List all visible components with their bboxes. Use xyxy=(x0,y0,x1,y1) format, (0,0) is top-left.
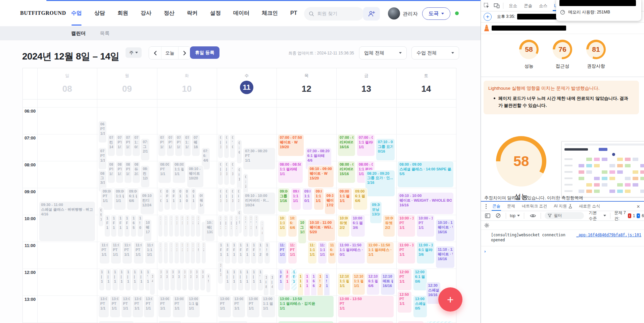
calendar-event[interactable]: 07:00 - 07:50리커버리16/16 xyxy=(338,134,355,156)
calendar-event[interactable]: 07:30 - 08:20PT1/1 xyxy=(243,148,275,169)
calendar-event[interactable] xyxy=(398,321,424,323)
calendar-event[interactable]: 07:3PT1/1 xyxy=(99,148,106,169)
nav-item-5[interactable]: 락커 xyxy=(187,0,198,26)
calendar-event[interactable]: 08:00 - 08:50리커버리15/16 xyxy=(338,161,355,183)
console-log-row[interactable]: [consulting]websocket connectionopened _… xyxy=(481,231,644,246)
calendar-event[interactable]: 09i3/ xyxy=(236,188,241,212)
calendar-event[interactable]: 10'5/ xyxy=(254,215,258,237)
search-input[interactable]: 회원 찾기 xyxy=(304,7,364,21)
calendar-event[interactable]: 11, xyxy=(169,242,173,264)
calendar-event[interactable]: 10F1/1 xyxy=(111,215,116,237)
calendar-event[interactable]: 13:0PT1/1 xyxy=(99,296,109,317)
calendar-event[interactable]: 07:6/ xyxy=(237,140,242,163)
calendar-event[interactable]: 12|1/ xyxy=(99,269,105,290)
calendar-event[interactable]: 12|1/ xyxy=(232,269,237,290)
calendar-event[interactable]: 11:00PT1/1 xyxy=(100,242,109,264)
calendar-event[interactable]: 11:10 - 12:00웨이트 · W16/16 xyxy=(436,246,454,268)
calendar-event[interactable]: 07:1그2/16 xyxy=(141,139,149,160)
nav-item-1[interactable]: 상담 xyxy=(94,0,105,26)
nav-item-9[interactable]: PT xyxy=(290,1,297,26)
calendar-event[interactable]: 10:06:6/6 xyxy=(288,215,297,237)
nav-item-8[interactable]: 체크인 xyxy=(262,0,278,26)
calendar-event[interactable]: 11 xyxy=(175,215,179,237)
calendar-event[interactable]: 11:01:11/1 xyxy=(318,242,327,264)
calendar-event[interactable]: 11:F1/1 xyxy=(232,242,237,264)
day-header-수[interactable]: 수11 xyxy=(217,68,277,99)
calendar-event[interactable]: 13:0PT1/1 xyxy=(110,296,120,317)
nav-item-4[interactable]: 정산 xyxy=(164,0,175,26)
calendar-event[interactable]: 11 xyxy=(158,215,162,237)
calendar-event[interactable]: 12|1/ xyxy=(245,269,250,290)
calendar-event[interactable]: 09:006:1 필6/6 xyxy=(353,188,367,210)
calendar-event[interactable]: 10:1웨(13/2 xyxy=(205,219,214,241)
calendar-event[interactable]: 11:!0/. xyxy=(264,242,270,264)
class-filter-select[interactable]: 수업 전체 xyxy=(411,46,459,59)
calendar-event[interactable]: 13:00 - 11:1 필1/1 xyxy=(187,296,200,317)
calendar-event[interactable]: 13:00 - 13:50PT1/1 xyxy=(338,296,394,317)
calendar-event[interactable]: 12:00 -PT1/1 xyxy=(398,269,411,290)
drawer-tab-4[interactable]: 새로운 소식 xyxy=(576,202,603,211)
calendar-event[interactable]: 09:001:1 필1/1 xyxy=(114,188,126,210)
calendar-event[interactable]: 1:1/ xyxy=(158,269,163,290)
calendar-event[interactable]: 10:00 ·듀엣 !2/2 xyxy=(383,215,395,237)
calendar-event[interactable]: 07:01:11/1 xyxy=(184,134,191,156)
context-select[interactable]: top xyxy=(510,213,520,218)
calendar-event[interactable]: 08:00 -1:1 필라1/1 xyxy=(173,161,185,183)
calendar-event[interactable]: 09:10웨이17/20 xyxy=(325,193,335,214)
calendar-event[interactable]: 08:20 - 09:20그룹 요가 · 인...1/16 xyxy=(365,170,395,196)
calendar-event[interactable]: 13:00 -스페셜0/5 xyxy=(413,296,427,317)
calendar-event[interactable]: 1(2 xyxy=(196,215,200,237)
calendar-event[interactable]: 09:001:1 필1/1 xyxy=(338,188,352,210)
calendar-event[interactable]: 13:0PT1/1 xyxy=(121,296,132,317)
calendar-event[interactable]: 09:00PT1/1 xyxy=(101,188,112,210)
calendar-event[interactable]: 12|1/ xyxy=(139,269,144,290)
calendar-event[interactable]: 10'1/ xyxy=(243,215,247,237)
drawer-tab-1[interactable]: 문제 xyxy=(504,202,518,211)
device-toolbar-icon[interactable] xyxy=(492,2,501,10)
inspect-element-icon[interactable] xyxy=(482,2,491,10)
day-header-일[interactable]: 일08 xyxy=(37,68,97,99)
calendar-event[interactable]: 07:0컨14/2 xyxy=(108,134,115,156)
calendar-event[interactable]: 10F1/1 xyxy=(118,215,123,237)
calendar-event[interactable]: 09|1/ xyxy=(218,188,223,212)
calendar-event[interactable]: 07:10 - 08:00그룹 요가0/16 xyxy=(376,139,395,160)
devtools-tab-1[interactable]: 콘솔 xyxy=(521,0,536,11)
calendar-event[interactable]: 13:00 ·PT1/1 xyxy=(218,296,231,317)
calendar-event[interactable]: 13:0PT1/1 xyxy=(133,296,143,317)
calendar-event[interactable]: 11 xyxy=(164,242,168,264)
drawer-tab-3[interactable]: AI 지원 xyxy=(550,202,576,211)
calendar-event[interactable]: 11 xyxy=(158,242,162,264)
calendar-event[interactable]: 1266/ xyxy=(311,273,316,297)
calendar-event[interactable]: 09:10 - 10:00웨이트 · WEIGHT - WHOLE BO...1… xyxy=(398,193,453,214)
calendar-event[interactable]: 10|1/ xyxy=(235,215,239,237)
calendar-event[interactable]: 07:0PT1/1 xyxy=(125,134,132,156)
calendar-event[interactable]: 10i8, xyxy=(260,220,264,242)
calendar-event[interactable]: 08i12 xyxy=(237,167,242,190)
calendar-event[interactable]: 07:0PT1/1 xyxy=(116,134,123,156)
calendar-event[interactable]: 11/ xyxy=(194,269,199,290)
calendar-event[interactable]: 13:00 ·PT1/1 xyxy=(233,296,245,317)
prev-week-button[interactable] xyxy=(149,47,161,59)
console-filter-input[interactable]: 필터 xyxy=(545,212,584,219)
calendar-event[interactable]: 09:10 - 10:00리커버리 · R...10/24 xyxy=(243,193,275,214)
calendar-event[interactable]: 12!2/ xyxy=(317,273,323,297)
eye-icon[interactable] xyxy=(530,212,537,220)
next-week-button[interactable] xyxy=(179,47,191,59)
nav-item-2[interactable]: 회원 xyxy=(117,0,128,26)
calendar-event[interactable]: 10웨17 xyxy=(144,219,151,241)
score-gauge-0[interactable]: 58성능 xyxy=(519,40,539,69)
calendar-event[interactable]: 07:0PT1/1 xyxy=(167,134,174,156)
calendar-event[interactable]: 11:001:11/1 xyxy=(145,242,155,264)
calendar-event[interactable]: 09:001:1 필1/1 xyxy=(291,188,301,210)
lighthouse-report-row[interactable] xyxy=(481,22,644,34)
calendar-event[interactable]: 09–0/1 xyxy=(158,188,163,212)
calendar-event[interactable]: 08:0PT1/1 xyxy=(108,161,115,183)
calendar-event[interactable]: 07:01:10/1 xyxy=(133,134,140,156)
calendar-event[interactable] xyxy=(338,321,394,323)
calendar-event[interactable]: 12|1/ xyxy=(119,269,124,290)
calendar-event[interactable]: 10:10 - 11:00웨이트 · WEI...5/20 xyxy=(308,219,335,241)
add-member-button[interactable] xyxy=(363,7,380,21)
calendar-event[interactable]: 11 xyxy=(164,215,168,237)
calendar-event[interactable]: 08:0듀2/2 xyxy=(133,161,140,183)
calendar-event[interactable]: 1:1/ xyxy=(182,269,187,290)
